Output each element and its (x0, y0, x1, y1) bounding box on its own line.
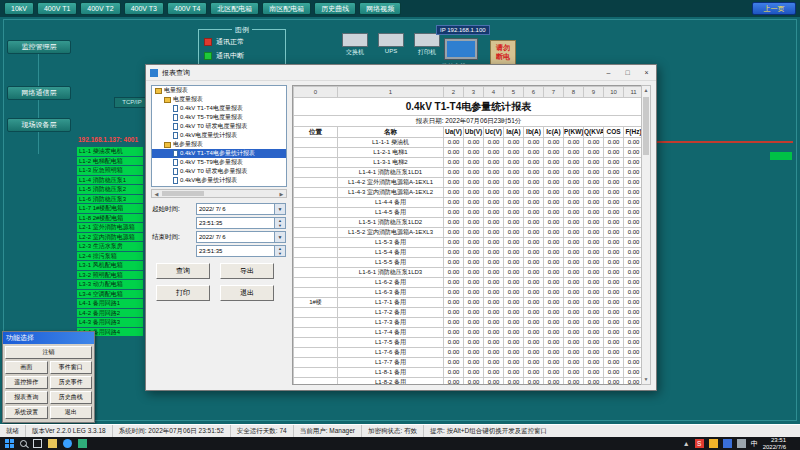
cell-value: 0.00 (504, 288, 524, 298)
func-button-6[interactable]: 历史曲线 (50, 391, 93, 404)
cell-value: 0.00 (484, 308, 504, 318)
tree-item-7[interactable]: 0.4kV T1-T4电参量统计报表 (152, 149, 286, 158)
func-button-1[interactable]: 画面 (5, 361, 48, 374)
tree-item-6[interactable]: 电参量报表 (152, 140, 286, 149)
app-icon[interactable] (78, 439, 87, 448)
antivirus-tray-icon[interactable] (709, 439, 718, 448)
func-button-3[interactable]: 遥控操作 (5, 376, 48, 389)
tree-item-9[interactable]: 0.4kV T0 研发电参量报表 (152, 167, 286, 176)
device-list-item[interactable]: L2-1 室外消防电源箱 (77, 223, 143, 232)
prev-page-button[interactable]: 上一页 (752, 2, 796, 15)
nav-button-1[interactable]: 400V T1 (37, 2, 77, 15)
nav-button-3[interactable]: 400V T3 (124, 2, 164, 15)
spinner-arrows-icon[interactable]: ▲▼ (274, 246, 285, 256)
document-icon (173, 177, 178, 184)
nav-button-4[interactable]: 400V T4 (167, 2, 207, 15)
language-indicator[interactable]: 中 (751, 439, 758, 449)
tree-horizontal-scrollbar[interactable]: ◀ ▶ (151, 189, 287, 198)
nav-button-6[interactable]: 南区配电箱 (262, 2, 311, 15)
device-list-item[interactable]: L1-5 消防稳压泵2 (77, 185, 143, 194)
end-date-select[interactable]: 2022/ 7/ 6 ▼ (196, 231, 286, 243)
device-list-item[interactable]: L1-6 消防稳压泵3 (77, 195, 143, 204)
nav-button-8[interactable]: 网络视频 (359, 2, 401, 15)
spinner-arrows-icon[interactable]: ▲▼ (274, 218, 285, 228)
start-button-icon[interactable] (5, 439, 14, 448)
chevron-down-icon[interactable]: ▼ (274, 204, 285, 214)
end-time-spinner[interactable]: 23:51:35 ▲▼ (196, 245, 286, 257)
func-button-7[interactable]: 系统设置 (5, 406, 48, 419)
func-button-4[interactable]: 历史事件 (50, 376, 93, 389)
document-icon (173, 123, 178, 130)
nav-button-2[interactable]: 400V T2 (80, 2, 120, 15)
file-explorer-icon[interactable] (48, 439, 57, 448)
dialog-titlebar[interactable]: 报表查询 –□× (146, 65, 656, 81)
scroll-right-icon[interactable]: ▶ (277, 191, 286, 197)
scroll-thumb[interactable] (162, 191, 204, 196)
cell-value: 0.00 (484, 378, 504, 386)
device-list-item[interactable]: L3-3 动力配电箱 (77, 280, 143, 289)
device-list-item[interactable]: L4-1 备用回路1 (77, 299, 143, 308)
device-list-item[interactable]: L2-3 生活水泵房 (77, 242, 143, 251)
tree-item-3[interactable]: 0.4kV T5-T9电度量报表 (152, 113, 286, 122)
device-list-item[interactable]: L4-2 备用回路2 (77, 309, 143, 318)
tree-item-0[interactable]: 电量报表 (152, 86, 286, 95)
tree-item-label: 电度量报表 (173, 95, 203, 104)
tree-item-5[interactable]: 0.4kV电度量统计报表 (152, 131, 286, 140)
chevron-down-icon[interactable]: ▼ (274, 232, 285, 242)
device-list-item[interactable]: L1-7 1#楼配电箱 (77, 204, 143, 213)
volume-tray-icon[interactable] (737, 439, 746, 448)
device-list-item[interactable]: L1-2 电梯配电箱 (77, 157, 143, 166)
device-list-item[interactable]: L2-4 排污泵箱 (77, 252, 143, 261)
device-list-item[interactable]: L3-2 照明配电箱 (77, 271, 143, 280)
device-list-item[interactable]: L1-8 2#楼配电箱 (77, 214, 143, 223)
cell-value: 0.00 (524, 348, 544, 358)
dialog-button-2[interactable]: 打印 (156, 285, 210, 301)
tree-item-1[interactable]: 电度量报表 (152, 95, 286, 104)
table-row: L1-4-5 备用0.000.000.000.000.000.000.000.0… (294, 208, 643, 218)
maximize-icon[interactable]: □ (618, 65, 637, 80)
device-box-icon (414, 33, 440, 47)
device-list-item[interactable]: L1-4 消防稳压泵1 (77, 176, 143, 185)
start-date-select[interactable]: 2022/ 7/ 6 ▼ (196, 203, 286, 215)
tree-item-4[interactable]: 0.4kV T0 研发电度量报表 (152, 122, 286, 131)
func-button-8[interactable]: 退出 (50, 406, 93, 419)
cell-value: 0.00 (444, 328, 464, 338)
table-vertical-scrollbar[interactable]: ▲ ▼ (641, 85, 651, 385)
func-button-5[interactable]: 报表查询 (5, 391, 48, 404)
func-button-2[interactable]: 事件窗口 (50, 361, 93, 374)
cell-value: 0.00 (504, 268, 524, 278)
nav-button-5[interactable]: 北区配电箱 (210, 2, 259, 15)
device-list-item[interactable]: L1-1 柴油发电机 (77, 147, 143, 156)
task-view-icon[interactable] (33, 439, 42, 448)
close-icon[interactable]: × (637, 65, 656, 80)
tray-expand-icon[interactable]: ▲ (683, 440, 690, 447)
tree-item-10[interactable]: 0.4kV电参量统计报表 (152, 176, 286, 185)
sogou-tray-icon[interactable]: S (695, 439, 704, 448)
network-tray-icon[interactable] (723, 439, 732, 448)
device-list-item[interactable]: L4-3 备用回路3 (77, 318, 143, 327)
scroll-left-icon[interactable]: ◀ (152, 191, 161, 197)
tree-item-8[interactable]: 0.4kV T5-T9电参量报表 (152, 158, 286, 167)
dialog-button-1[interactable]: 导出 (220, 263, 274, 279)
device-list-item[interactable]: L3-1 风机配电箱 (77, 261, 143, 270)
scroll-up-icon[interactable]: ▲ (642, 86, 650, 95)
cell-value: 0.00 (504, 328, 524, 338)
scroll-track[interactable] (161, 190, 277, 197)
device-list-item[interactable]: L3-4 空调配电箱 (77, 290, 143, 299)
nav-button-7[interactable]: 历史曲线 (314, 2, 356, 15)
search-icon[interactable] (20, 440, 27, 447)
dialog-button-3[interactable]: 退出 (220, 285, 274, 301)
taskbar-clock[interactable]: 23:51 2022/7/6 (763, 437, 786, 450)
table-row: L1-5-2 室内消防电源箱A-1EXL30.000.000.000.000.0… (294, 228, 643, 238)
dialog-button-0[interactable]: 查询 (156, 263, 210, 279)
minimize-icon[interactable]: – (599, 65, 618, 80)
tree-item-2[interactable]: 0.4kV T1-T4电度量报表 (152, 104, 286, 113)
device-list-item[interactable]: L1-3 应急照明箱 (77, 166, 143, 175)
start-time-spinner[interactable]: 23:51:35 ▲▼ (196, 217, 286, 229)
browser-icon[interactable] (63, 439, 72, 448)
func-button-0[interactable]: 注销 (5, 346, 92, 359)
scroll-down-icon[interactable]: ▼ (642, 375, 650, 384)
nav-button-0[interactable]: 10kV (4, 2, 34, 15)
scroll-thumb[interactable] (643, 97, 649, 155)
device-list-item[interactable]: L2-2 室内消防电源箱 (77, 233, 143, 242)
